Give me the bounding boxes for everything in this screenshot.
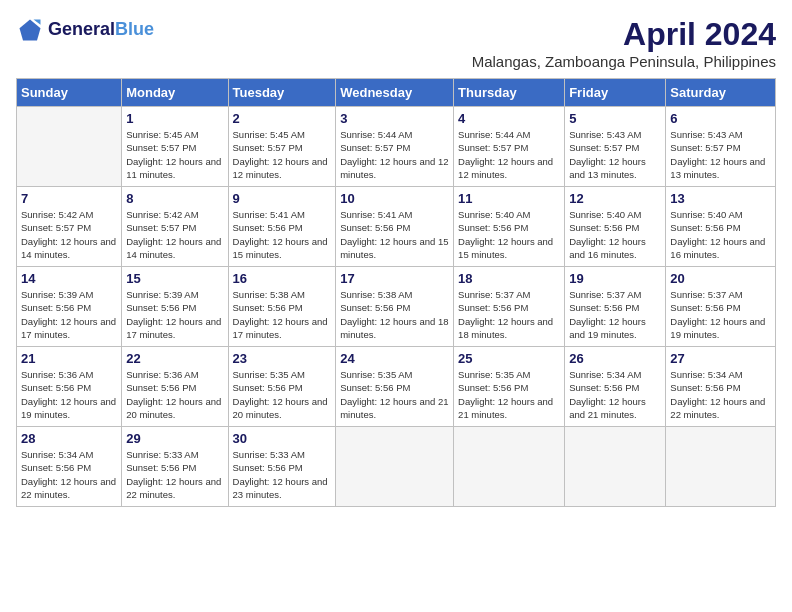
day-info: Sunrise: 5:41 AMSunset: 5:56 PMDaylight:… bbox=[340, 208, 449, 261]
day-number: 6 bbox=[670, 111, 771, 126]
day-number: 3 bbox=[340, 111, 449, 126]
day-number: 27 bbox=[670, 351, 771, 366]
day-number: 21 bbox=[21, 351, 117, 366]
day-number: 4 bbox=[458, 111, 560, 126]
logo: GeneralBlue bbox=[16, 16, 154, 44]
day-info: Sunrise: 5:33 AMSunset: 5:56 PMDaylight:… bbox=[126, 448, 223, 501]
calendar-cell: 14Sunrise: 5:39 AMSunset: 5:56 PMDayligh… bbox=[17, 267, 122, 347]
day-number: 25 bbox=[458, 351, 560, 366]
calendar-cell: 17Sunrise: 5:38 AMSunset: 5:56 PMDayligh… bbox=[336, 267, 454, 347]
day-number: 1 bbox=[126, 111, 223, 126]
day-number: 26 bbox=[569, 351, 661, 366]
calendar-cell: 27Sunrise: 5:34 AMSunset: 5:56 PMDayligh… bbox=[666, 347, 776, 427]
calendar-cell bbox=[454, 427, 565, 507]
day-number: 11 bbox=[458, 191, 560, 206]
day-info: Sunrise: 5:39 AMSunset: 5:56 PMDaylight:… bbox=[21, 288, 117, 341]
column-header-wednesday: Wednesday bbox=[336, 79, 454, 107]
calendar-table: SundayMondayTuesdayWednesdayThursdayFrid… bbox=[16, 78, 776, 507]
day-info: Sunrise: 5:45 AMSunset: 5:57 PMDaylight:… bbox=[126, 128, 223, 181]
day-info: Sunrise: 5:35 AMSunset: 5:56 PMDaylight:… bbox=[233, 368, 332, 421]
calendar-cell: 16Sunrise: 5:38 AMSunset: 5:56 PMDayligh… bbox=[228, 267, 336, 347]
week-row-4: 21Sunrise: 5:36 AMSunset: 5:56 PMDayligh… bbox=[17, 347, 776, 427]
day-info: Sunrise: 5:34 AMSunset: 5:56 PMDaylight:… bbox=[670, 368, 771, 421]
day-number: 15 bbox=[126, 271, 223, 286]
calendar-cell: 29Sunrise: 5:33 AMSunset: 5:56 PMDayligh… bbox=[122, 427, 228, 507]
day-info: Sunrise: 5:34 AMSunset: 5:56 PMDaylight:… bbox=[569, 368, 661, 421]
day-info: Sunrise: 5:40 AMSunset: 5:56 PMDaylight:… bbox=[458, 208, 560, 261]
calendar-cell: 18Sunrise: 5:37 AMSunset: 5:56 PMDayligh… bbox=[454, 267, 565, 347]
day-info: Sunrise: 5:38 AMSunset: 5:56 PMDaylight:… bbox=[233, 288, 332, 341]
calendar-cell: 25Sunrise: 5:35 AMSunset: 5:56 PMDayligh… bbox=[454, 347, 565, 427]
calendar-cell: 24Sunrise: 5:35 AMSunset: 5:56 PMDayligh… bbox=[336, 347, 454, 427]
calendar-cell: 10Sunrise: 5:41 AMSunset: 5:56 PMDayligh… bbox=[336, 187, 454, 267]
day-number: 9 bbox=[233, 191, 332, 206]
calendar-cell: 22Sunrise: 5:36 AMSunset: 5:56 PMDayligh… bbox=[122, 347, 228, 427]
calendar-cell: 2Sunrise: 5:45 AMSunset: 5:57 PMDaylight… bbox=[228, 107, 336, 187]
calendar-cell: 8Sunrise: 5:42 AMSunset: 5:57 PMDaylight… bbox=[122, 187, 228, 267]
calendar-cell: 20Sunrise: 5:37 AMSunset: 5:56 PMDayligh… bbox=[666, 267, 776, 347]
calendar-cell: 3Sunrise: 5:44 AMSunset: 5:57 PMDaylight… bbox=[336, 107, 454, 187]
day-info: Sunrise: 5:35 AMSunset: 5:56 PMDaylight:… bbox=[458, 368, 560, 421]
day-info: Sunrise: 5:35 AMSunset: 5:56 PMDaylight:… bbox=[340, 368, 449, 421]
logo-text: GeneralBlue bbox=[48, 20, 154, 40]
calendar-cell: 19Sunrise: 5:37 AMSunset: 5:56 PMDayligh… bbox=[565, 267, 666, 347]
week-row-1: 1Sunrise: 5:45 AMSunset: 5:57 PMDaylight… bbox=[17, 107, 776, 187]
calendar-cell bbox=[336, 427, 454, 507]
calendar-cell: 26Sunrise: 5:34 AMSunset: 5:56 PMDayligh… bbox=[565, 347, 666, 427]
day-info: Sunrise: 5:34 AMSunset: 5:56 PMDaylight:… bbox=[21, 448, 117, 501]
day-number: 30 bbox=[233, 431, 332, 446]
day-number: 28 bbox=[21, 431, 117, 446]
day-info: Sunrise: 5:43 AMSunset: 5:57 PMDaylight:… bbox=[569, 128, 661, 181]
day-info: Sunrise: 5:45 AMSunset: 5:57 PMDaylight:… bbox=[233, 128, 332, 181]
calendar-cell: 9Sunrise: 5:41 AMSunset: 5:56 PMDaylight… bbox=[228, 187, 336, 267]
header-row: SundayMondayTuesdayWednesdayThursdayFrid… bbox=[17, 79, 776, 107]
day-number: 16 bbox=[233, 271, 332, 286]
day-number: 8 bbox=[126, 191, 223, 206]
day-info: Sunrise: 5:36 AMSunset: 5:56 PMDaylight:… bbox=[21, 368, 117, 421]
calendar-cell bbox=[565, 427, 666, 507]
day-number: 22 bbox=[126, 351, 223, 366]
day-info: Sunrise: 5:43 AMSunset: 5:57 PMDaylight:… bbox=[670, 128, 771, 181]
day-info: Sunrise: 5:44 AMSunset: 5:57 PMDaylight:… bbox=[458, 128, 560, 181]
column-header-monday: Monday bbox=[122, 79, 228, 107]
calendar-cell bbox=[666, 427, 776, 507]
calendar-cell: 15Sunrise: 5:39 AMSunset: 5:56 PMDayligh… bbox=[122, 267, 228, 347]
calendar-cell bbox=[17, 107, 122, 187]
day-info: Sunrise: 5:33 AMSunset: 5:56 PMDaylight:… bbox=[233, 448, 332, 501]
column-header-thursday: Thursday bbox=[454, 79, 565, 107]
calendar-cell: 1Sunrise: 5:45 AMSunset: 5:57 PMDaylight… bbox=[122, 107, 228, 187]
calendar-subtitle: Malangas, Zamboanga Peninsula, Philippin… bbox=[472, 53, 776, 70]
day-info: Sunrise: 5:37 AMSunset: 5:56 PMDaylight:… bbox=[569, 288, 661, 341]
day-info: Sunrise: 5:37 AMSunset: 5:56 PMDaylight:… bbox=[670, 288, 771, 341]
column-header-friday: Friday bbox=[565, 79, 666, 107]
day-info: Sunrise: 5:39 AMSunset: 5:56 PMDaylight:… bbox=[126, 288, 223, 341]
column-header-saturday: Saturday bbox=[666, 79, 776, 107]
calendar-cell: 12Sunrise: 5:40 AMSunset: 5:56 PMDayligh… bbox=[565, 187, 666, 267]
day-info: Sunrise: 5:42 AMSunset: 5:57 PMDaylight:… bbox=[21, 208, 117, 261]
day-info: Sunrise: 5:42 AMSunset: 5:57 PMDaylight:… bbox=[126, 208, 223, 261]
day-number: 29 bbox=[126, 431, 223, 446]
calendar-cell: 23Sunrise: 5:35 AMSunset: 5:56 PMDayligh… bbox=[228, 347, 336, 427]
day-number: 5 bbox=[569, 111, 661, 126]
calendar-cell: 11Sunrise: 5:40 AMSunset: 5:56 PMDayligh… bbox=[454, 187, 565, 267]
calendar-cell: 21Sunrise: 5:36 AMSunset: 5:56 PMDayligh… bbox=[17, 347, 122, 427]
day-number: 10 bbox=[340, 191, 449, 206]
week-row-2: 7Sunrise: 5:42 AMSunset: 5:57 PMDaylight… bbox=[17, 187, 776, 267]
day-number: 7 bbox=[21, 191, 117, 206]
calendar-cell: 5Sunrise: 5:43 AMSunset: 5:57 PMDaylight… bbox=[565, 107, 666, 187]
day-info: Sunrise: 5:36 AMSunset: 5:56 PMDaylight:… bbox=[126, 368, 223, 421]
day-number: 23 bbox=[233, 351, 332, 366]
week-row-5: 28Sunrise: 5:34 AMSunset: 5:56 PMDayligh… bbox=[17, 427, 776, 507]
week-row-3: 14Sunrise: 5:39 AMSunset: 5:56 PMDayligh… bbox=[17, 267, 776, 347]
logo-icon bbox=[16, 16, 44, 44]
day-number: 17 bbox=[340, 271, 449, 286]
calendar-cell: 6Sunrise: 5:43 AMSunset: 5:57 PMDaylight… bbox=[666, 107, 776, 187]
page-header: GeneralBlue April 2024 Malangas, Zamboan… bbox=[16, 16, 776, 70]
day-number: 12 bbox=[569, 191, 661, 206]
day-number: 2 bbox=[233, 111, 332, 126]
day-info: Sunrise: 5:41 AMSunset: 5:56 PMDaylight:… bbox=[233, 208, 332, 261]
day-number: 14 bbox=[21, 271, 117, 286]
title-section: April 2024 Malangas, Zamboanga Peninsula… bbox=[472, 16, 776, 70]
calendar-cell: 7Sunrise: 5:42 AMSunset: 5:57 PMDaylight… bbox=[17, 187, 122, 267]
svg-marker-0 bbox=[20, 20, 41, 41]
